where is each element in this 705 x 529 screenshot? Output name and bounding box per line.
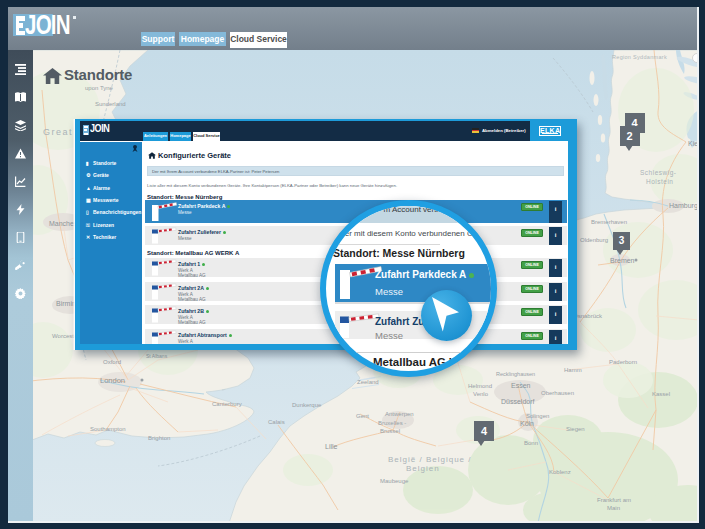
svg-text:Sunderland: Sunderland: [95, 101, 126, 107]
svg-text:Hamburg: Hamburg: [669, 202, 698, 210]
svg-text:Main: Main: [607, 505, 620, 511]
svg-text:Recklinghausen: Recklinghausen: [496, 371, 535, 377]
svg-text:Koblenz: Koblenz: [549, 469, 571, 475]
svg-text:Belgien: Belgien: [406, 464, 440, 473]
svg-text:Brussel: Brussel: [380, 428, 400, 434]
svg-text:Southampton: Southampton: [90, 426, 126, 432]
svg-text:Kassel: Kassel: [652, 391, 670, 397]
svg-text:Bruxelles -: Bruxelles -: [378, 420, 406, 426]
svg-text:Region Syddanmark: Region Syddanmark: [612, 54, 667, 60]
svg-text:Lille: Lille: [325, 443, 338, 450]
svg-text:upon Tyne: upon Tyne: [85, 85, 114, 91]
svg-text:London: London: [100, 376, 125, 385]
svg-text:Zeeland: Zeeland: [357, 379, 379, 385]
svg-text:Oldenburg: Oldenburg: [580, 237, 608, 243]
svg-text:Bremen: Bremen: [610, 257, 635, 264]
svg-text:Maubeuge: Maubeuge: [380, 478, 409, 484]
svg-text:Bonn: Bonn: [524, 440, 538, 446]
svg-text:Bremerhaven: Bremerhaven: [591, 219, 627, 225]
svg-text:Canterbury: Canterbury: [212, 401, 242, 407]
svg-text:Venlo: Venlo: [473, 391, 489, 397]
svg-text:Osnabrück: Osnabrück: [573, 313, 603, 319]
svg-text:Calais: Calais: [268, 419, 285, 425]
svg-text:Oxford: Oxford: [103, 359, 121, 365]
svg-text:Helmond: Helmond: [468, 383, 492, 389]
svg-text:Dunkerque: Dunkerque: [292, 402, 322, 408]
svg-text:Frankfurt am: Frankfurt am: [597, 497, 631, 503]
svg-text:Holstein: Holstein: [646, 178, 673, 185]
svg-text:Brighton: Brighton: [148, 435, 170, 441]
svg-text:Oberhausen: Oberhausen: [541, 390, 574, 396]
svg-text:St Albans: St Albans: [146, 353, 168, 359]
svg-text:Antwerpen: Antwerpen: [385, 411, 414, 417]
svg-text:Siegen: Siegen: [566, 426, 585, 432]
svg-text:Gent: Gent: [356, 413, 369, 419]
svg-text:Essen: Essen: [511, 382, 531, 389]
svg-text:Köln: Köln: [520, 420, 534, 427]
svg-text:België / Belgique /: België / Belgique /: [388, 455, 472, 464]
svg-text:Schleswig-: Schleswig-: [640, 169, 676, 177]
svg-text:Kiel: Kiel: [688, 140, 699, 147]
svg-text:Hamm: Hamm: [564, 367, 582, 373]
svg-text:Solingen: Solingen: [526, 413, 549, 419]
svg-text:Paderborn: Paderborn: [609, 359, 637, 365]
svg-text:Düsseldorf: Düsseldorf: [501, 398, 535, 405]
